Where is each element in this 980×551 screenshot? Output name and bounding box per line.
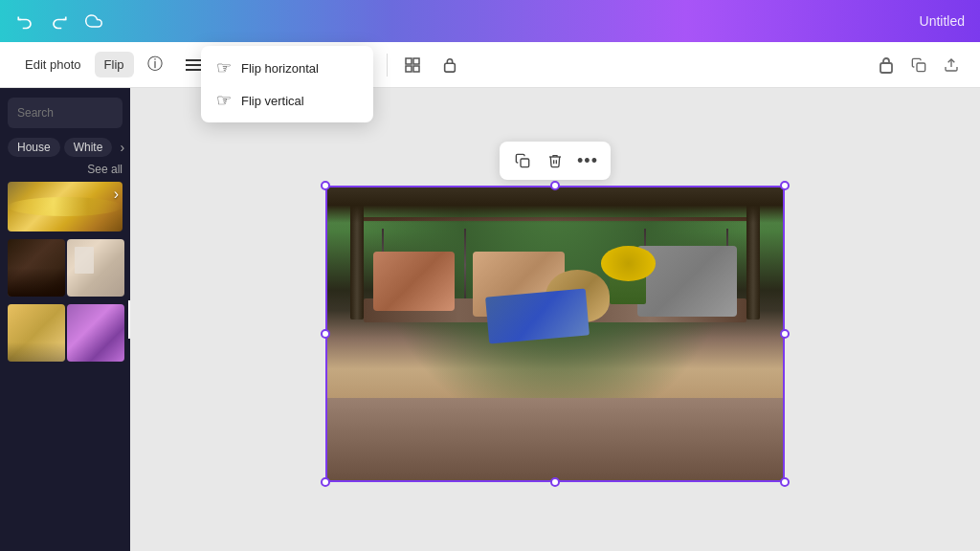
flip-vertical-item[interactable]: ☞ Flip vertical: [201, 84, 373, 117]
selected-image-wrapper[interactable]: •••: [325, 186, 785, 482]
sidebar-image-grid-2: [0, 300, 130, 365]
flip-horizontal-item[interactable]: ☞ Flip horizontal: [201, 52, 373, 84]
sidebar-image-1[interactable]: [8, 239, 65, 297]
main-layout: House White › See all ›: [0, 88, 980, 551]
sidebar: House White › See all ›: [0, 88, 130, 551]
toolbar: Edit photo Flip ⓘ Animate Position: [0, 42, 980, 88]
sidebar-tags: House White ›: [0, 134, 130, 161]
undo-button[interactable]: [11, 8, 38, 34]
svg-rect-10: [917, 63, 925, 72]
grid-button[interactable]: [395, 52, 430, 78]
handle-tl[interactable]: [321, 181, 330, 190]
svg-rect-5: [413, 58, 419, 64]
flip-dropdown: ☞ Flip horizontal ☞ Flip vertical: [201, 46, 373, 122]
toolbar-right-icons: [873, 52, 965, 78]
cloud-save-button[interactable]: [80, 8, 107, 34]
cursor-icon-2: ☞: [216, 92, 232, 109]
lock-button[interactable]: [434, 52, 466, 78]
info-button[interactable]: ⓘ: [138, 49, 172, 80]
see-all-link[interactable]: See all: [0, 161, 130, 180]
tag-house[interactable]: House: [8, 138, 60, 157]
floating-action-bar: •••: [500, 142, 611, 180]
canvas-area: •••: [130, 88, 980, 551]
svg-rect-12: [521, 159, 529, 167]
copy-icon-right[interactable]: [905, 52, 932, 78]
sidebar-image-3[interactable]: [8, 304, 65, 362]
topbar: Untitled: [0, 0, 980, 42]
redo-button[interactable]: [46, 8, 73, 34]
copy-float-button[interactable]: [507, 145, 538, 176]
lock-icon-right[interactable]: [873, 52, 900, 78]
svg-rect-4: [406, 58, 412, 64]
toolbar-divider-2: [387, 54, 388, 77]
brush-stroke-item[interactable]: ›: [8, 182, 122, 231]
export-icon-right[interactable]: [938, 52, 965, 78]
tag-white[interactable]: White: [64, 138, 113, 157]
cursor-icon-1: ☞: [216, 59, 232, 77]
handle-tr[interactable]: [780, 181, 790, 190]
svg-rect-6: [406, 66, 412, 72]
sidebar-image-grid: [0, 235, 130, 300]
search-input[interactable]: [8, 98, 122, 128]
sidebar-image-2[interactable]: [67, 239, 124, 297]
svg-rect-8: [445, 63, 456, 72]
handle-bm[interactable]: [550, 477, 560, 487]
handle-br[interactable]: [780, 477, 790, 487]
more-float-button[interactable]: •••: [572, 145, 603, 176]
flip-button[interactable]: Flip: [95, 52, 134, 77]
sidebar-image-4[interactable]: [67, 304, 124, 362]
svg-rect-9: [880, 63, 892, 73]
handle-ml[interactable]: [321, 329, 330, 339]
canvas-photo[interactable]: [325, 186, 785, 482]
svg-rect-7: [413, 66, 419, 72]
handle-tm[interactable]: [550, 181, 560, 190]
edit-photo-button[interactable]: Edit photo: [15, 52, 91, 77]
sidebar-collapse-handle[interactable]: ‹: [128, 300, 130, 339]
handle-bl[interactable]: [321, 477, 330, 487]
handle-mr[interactable]: [780, 329, 790, 339]
tags-chevron-icon[interactable]: ›: [116, 138, 128, 157]
delete-float-button[interactable]: [540, 145, 570, 176]
document-title[interactable]: Untitled: [920, 0, 965, 42]
